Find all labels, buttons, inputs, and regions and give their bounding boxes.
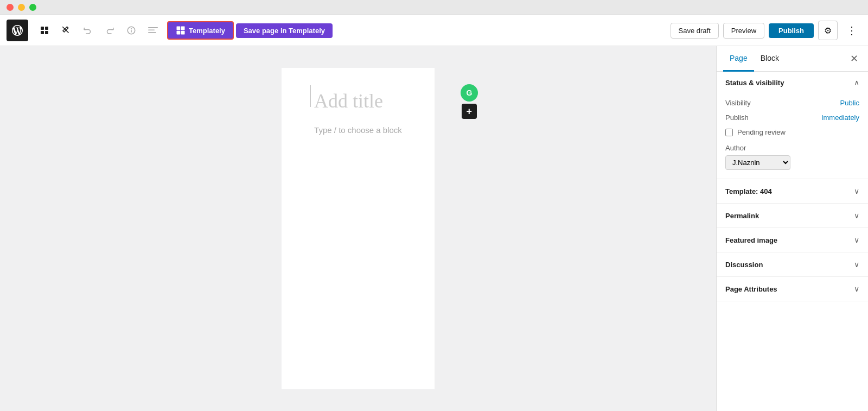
more-options-button[interactable]: ⋮ xyxy=(842,21,861,40)
discussion-chevron-icon: ∨ xyxy=(854,260,859,269)
chevron-up-icon: ∧ xyxy=(854,78,859,87)
add-block-toolbar-button[interactable] xyxy=(35,21,54,40)
save-templately-button[interactable]: Save page in Templately xyxy=(236,23,333,38)
status-visibility-content: Visibility Public Publish Immediately Pe… xyxy=(717,93,868,179)
discussion-section[interactable]: Discussion ∨ xyxy=(717,252,868,277)
visibility-value[interactable]: Public xyxy=(840,99,859,107)
wordpress-logo[interactable] xyxy=(7,20,28,41)
block-placeholder-text: Type / to choose a block xyxy=(314,125,402,135)
save-draft-button[interactable]: Save draft xyxy=(671,23,719,39)
pending-review-checkbox[interactable] xyxy=(725,129,733,136)
pending-review-label: Pending review xyxy=(737,128,786,136)
editor-position-wrapper: Add title Type / to choose a block G + xyxy=(282,68,435,389)
svg-rect-3 xyxy=(45,31,48,34)
status-visibility-title: Status & visibility xyxy=(725,79,784,87)
save-templately-label: Save page in Templately xyxy=(244,27,325,35)
settings-button[interactable]: ⚙ xyxy=(818,21,838,40)
editor-area: Add title Type / to choose a block G + xyxy=(0,46,716,411)
author-select[interactable]: J.Naznin xyxy=(725,155,790,170)
pending-review-row: Pending review xyxy=(725,125,859,140)
svg-rect-2 xyxy=(41,31,44,34)
templately-label: Templately xyxy=(189,27,225,35)
tab-page[interactable]: Page xyxy=(723,46,754,72)
tab-block[interactable]: Block xyxy=(754,46,786,72)
editor-inner: Add title Type / to choose a block xyxy=(282,68,435,389)
close-button[interactable] xyxy=(7,4,14,11)
gear-icon: ⚙ xyxy=(824,26,832,36)
publish-value[interactable]: Immediately xyxy=(821,113,859,122)
featured-image-section[interactable]: Featured image ∨ xyxy=(717,228,868,252)
page-attributes-section[interactable]: Page Attributes ∨ xyxy=(717,277,868,301)
titlebar xyxy=(0,0,868,15)
block-navigation-button[interactable] xyxy=(143,21,163,40)
page-attributes-title: Page Attributes xyxy=(725,285,777,293)
svg-rect-10 xyxy=(177,27,181,30)
block-placeholder[interactable]: Type / to choose a block xyxy=(314,123,402,137)
floating-controls: G + xyxy=(461,84,478,119)
ellipsis-icon: ⋮ xyxy=(846,24,857,37)
preview-button[interactable]: Preview xyxy=(723,23,764,39)
permalink-chevron-icon: ∨ xyxy=(854,211,859,220)
info-button[interactable] xyxy=(122,21,141,40)
status-visibility-section: Status & visibility ∧ Visibility Public … xyxy=(717,72,868,179)
publish-button[interactable]: Publish xyxy=(769,23,814,38)
svg-rect-13 xyxy=(181,31,185,35)
svg-rect-1 xyxy=(45,27,48,30)
visibility-row: Visibility Public xyxy=(725,96,859,110)
featured-image-title: Featured image xyxy=(725,236,777,244)
svg-rect-12 xyxy=(177,31,181,35)
publish-row: Publish Immediately xyxy=(725,110,859,125)
permalink-section[interactable]: Permalink ∨ xyxy=(717,204,868,228)
publish-label: Publish xyxy=(725,113,749,122)
user-avatar: G xyxy=(461,84,478,102)
sidebar-tabs: Page Block ✕ xyxy=(717,46,868,72)
svg-rect-11 xyxy=(181,27,185,30)
minimize-button[interactable] xyxy=(18,4,25,11)
maximize-button[interactable] xyxy=(29,4,36,11)
undo-button[interactable] xyxy=(78,21,98,40)
featured-image-chevron-icon: ∨ xyxy=(854,236,859,244)
add-block-float-button[interactable]: + xyxy=(462,104,477,119)
cursor-indicator xyxy=(310,85,311,107)
title-placeholder: Add title xyxy=(314,90,383,112)
redo-button[interactable] xyxy=(100,21,119,40)
visibility-label: Visibility xyxy=(725,99,751,107)
title-field[interactable]: Add title xyxy=(314,90,402,112)
svg-rect-0 xyxy=(41,27,44,30)
sidebar-close-button[interactable]: ✕ xyxy=(846,51,861,66)
toolbar-right: Save draft Preview Publish ⚙ ⋮ xyxy=(671,21,861,40)
svg-rect-8 xyxy=(148,30,155,31)
template-chevron-icon: ∨ xyxy=(854,187,859,195)
toolbar: Templately Save page in Templately Save … xyxy=(0,15,868,46)
template-title: Template: 404 xyxy=(725,187,772,195)
svg-rect-7 xyxy=(148,27,158,28)
template-section[interactable]: Template: 404 ∨ xyxy=(717,179,868,204)
content-wrapper: Add title Type / to choose a block G + P… xyxy=(0,46,868,411)
discussion-title: Discussion xyxy=(725,261,763,269)
status-visibility-header[interactable]: Status & visibility ∧ xyxy=(717,72,868,93)
svg-rect-9 xyxy=(148,32,156,33)
author-label: Author xyxy=(725,144,859,152)
permalink-title: Permalink xyxy=(725,212,759,220)
templately-button[interactable]: Templately xyxy=(167,21,234,40)
page-attributes-chevron-icon: ∨ xyxy=(854,284,859,293)
sidebar: Page Block ✕ Status & visibility ∧ Visib… xyxy=(716,46,868,411)
tools-button[interactable] xyxy=(56,21,76,40)
